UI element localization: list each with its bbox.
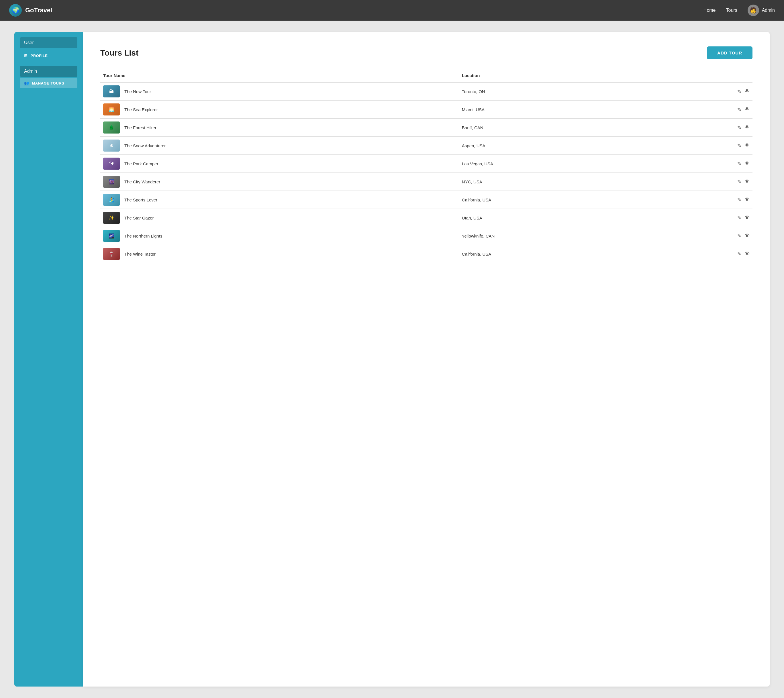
delete-icon[interactable]: 👁	[745, 197, 749, 203]
nav-admin[interactable]: 🧑 Admin	[748, 5, 775, 16]
edit-icon[interactable]: ✎	[737, 107, 741, 113]
admin-label: Admin	[762, 8, 775, 13]
tour-actions: ✎ 👁	[687, 100, 753, 119]
table-row: 🏜 The Park Camper Las Vegas, USA ✎ 👁	[100, 155, 753, 173]
tour-location: Utah, USA	[459, 209, 687, 227]
col-tour-name: Tour Name	[100, 70, 459, 82]
nav-home[interactable]: Home	[703, 8, 716, 13]
navbar: 🌍 GoTravel Home Tours 🧑 Admin	[0, 0, 784, 21]
sidebar-item-profile[interactable]: ⊞ PROFILE	[20, 50, 77, 61]
profile-icon: ⊞	[24, 53, 28, 58]
table-row: 🌲 The Forest Hiker Banff, CAN ✎ 👁	[100, 119, 753, 137]
tour-actions: ✎ 👁	[687, 227, 753, 245]
table-row: 🌆 The City Wanderer NYC, USA ✎ 👁	[100, 173, 753, 191]
tour-actions: ✎ 👁	[687, 209, 753, 227]
tour-actions: ✎ 👁	[687, 191, 753, 209]
tour-thumbnail: ❄	[103, 140, 120, 151]
table-row: 🏄 The Sports Lover California, USA ✎ 👁	[100, 191, 753, 209]
edit-icon[interactable]: ✎	[737, 251, 741, 257]
tour-name-cell: 🌲 The Forest Hiker	[100, 119, 459, 137]
edit-icon[interactable]: ✎	[737, 233, 741, 239]
delete-icon[interactable]: 👁	[745, 125, 749, 131]
tour-actions: ✎ 👁	[687, 173, 753, 191]
tour-thumbnail: 🏜	[103, 158, 120, 170]
sidebar-admin-label: Admin	[20, 66, 77, 77]
delete-icon[interactable]: 👁	[745, 107, 749, 113]
delete-icon[interactable]: 👁	[745, 89, 749, 95]
tour-location: NYC, USA	[459, 173, 687, 191]
sidebar-manage-tours-label: MANAGE TOURS	[32, 81, 64, 86]
tour-name: The Star Gazer	[124, 216, 154, 221]
delete-icon[interactable]: 👁	[745, 179, 749, 185]
delete-icon[interactable]: 👁	[745, 233, 749, 239]
tour-location: Toronto, ON	[459, 82, 687, 100]
tour-location: Miami, USA	[459, 100, 687, 119]
nav-tours[interactable]: Tours	[726, 8, 737, 13]
table-row: 🌌 The Northern Lights Yellowknife, CAN ✎…	[100, 227, 753, 245]
edit-icon[interactable]: ✎	[737, 161, 741, 167]
tour-location: California, USA	[459, 245, 687, 263]
edit-icon[interactable]: ✎	[737, 143, 741, 149]
tour-name: The Snow Adventurer	[124, 143, 166, 148]
admin-avatar: 🧑	[748, 5, 759, 16]
tour-name-cell: 🌆 The City Wanderer	[100, 173, 459, 191]
sidebar-admin-section: Admin 👥 MANAGE TOURS	[14, 63, 83, 91]
delete-icon[interactable]: 👁	[745, 251, 749, 257]
tour-name: The Wine Taster	[124, 252, 156, 257]
tour-actions: ✎ 👁	[687, 155, 753, 173]
sidebar: User ⊞ PROFILE Admin 👥 MANAGE TOURS	[14, 32, 83, 686]
edit-icon[interactable]: ✎	[737, 215, 741, 221]
content-header: Tours List ADD TOUR	[100, 46, 753, 59]
table-row: ❄ The Snow Adventurer Aspen, USA ✎ 👁	[100, 137, 753, 155]
tour-name: The City Wanderer	[124, 179, 160, 184]
tour-name-cell: 🏔 The New Tour	[100, 82, 459, 100]
edit-icon[interactable]: ✎	[737, 197, 741, 203]
tour-name-cell: 🏜 The Park Camper	[100, 155, 459, 173]
tour-location: Yellowknife, CAN	[459, 227, 687, 245]
col-location: Location	[459, 70, 687, 82]
edit-icon[interactable]: ✎	[737, 125, 741, 131]
sidebar-profile-label: PROFILE	[31, 54, 48, 58]
sidebar-user-label: User	[20, 37, 77, 48]
sidebar-item-manage-tours[interactable]: 👥 MANAGE TOURS	[20, 78, 77, 88]
brand: 🌍 GoTravel	[9, 4, 52, 16]
delete-icon[interactable]: 👁	[745, 161, 749, 167]
tour-actions: ✎ 👁	[687, 245, 753, 263]
tour-actions: ✎ 👁	[687, 119, 753, 137]
content-area: Tours List ADD TOUR Tour Name Location 🏔…	[83, 32, 770, 686]
edit-icon[interactable]: ✎	[737, 179, 741, 185]
tour-location: Aspen, USA	[459, 137, 687, 155]
tour-thumbnail: 🌲	[103, 122, 120, 133]
page-title: Tours List	[100, 48, 138, 58]
table-row: 🍷 The Wine Taster California, USA ✎ 👁	[100, 245, 753, 263]
delete-icon[interactable]: 👁	[745, 215, 749, 221]
delete-icon[interactable]: 👁	[745, 143, 749, 149]
tour-actions: ✎ 👁	[687, 82, 753, 100]
tour-thumbnail: ✨	[103, 212, 120, 224]
col-actions	[687, 70, 753, 82]
add-tour-button[interactable]: ADD TOUR	[707, 46, 753, 59]
tour-location: Las Vegas, USA	[459, 155, 687, 173]
edit-icon[interactable]: ✎	[737, 89, 741, 95]
tour-name-cell: 🌌 The Northern Lights	[100, 227, 459, 245]
nav-links: Home Tours 🧑 Admin	[703, 5, 775, 16]
tour-thumbnail: 🏔	[103, 86, 120, 97]
table-body: 🏔 The New Tour Toronto, ON ✎ 👁 🌅 The Sea…	[100, 82, 753, 263]
table-header: Tour Name Location	[100, 70, 753, 82]
tour-name: The Northern Lights	[124, 234, 163, 239]
tour-actions: ✎ 👁	[687, 137, 753, 155]
tour-name-cell: 🌅 The Sea Explorer	[100, 100, 459, 119]
tour-thumbnail: 🏄	[103, 194, 120, 206]
tour-thumbnail: 🍷	[103, 248, 120, 260]
tour-name: The Sea Explorer	[124, 107, 158, 112]
table-row: ✨ The Star Gazer Utah, USA ✎ 👁	[100, 209, 753, 227]
tour-name-cell: ❄ The Snow Adventurer	[100, 137, 459, 155]
tour-name-cell: 🏄 The Sports Lover	[100, 191, 459, 209]
brand-name: GoTravel	[25, 7, 52, 14]
tour-name-cell: 🍷 The Wine Taster	[100, 245, 459, 263]
brand-logo-icon: 🌍	[9, 4, 22, 16]
tour-thumbnail: 🌌	[103, 230, 120, 242]
tour-name: The New Tour	[124, 89, 151, 94]
tour-name: The Forest Hiker	[124, 125, 156, 130]
tours-table: Tour Name Location 🏔 The New Tour Toront…	[100, 70, 753, 263]
